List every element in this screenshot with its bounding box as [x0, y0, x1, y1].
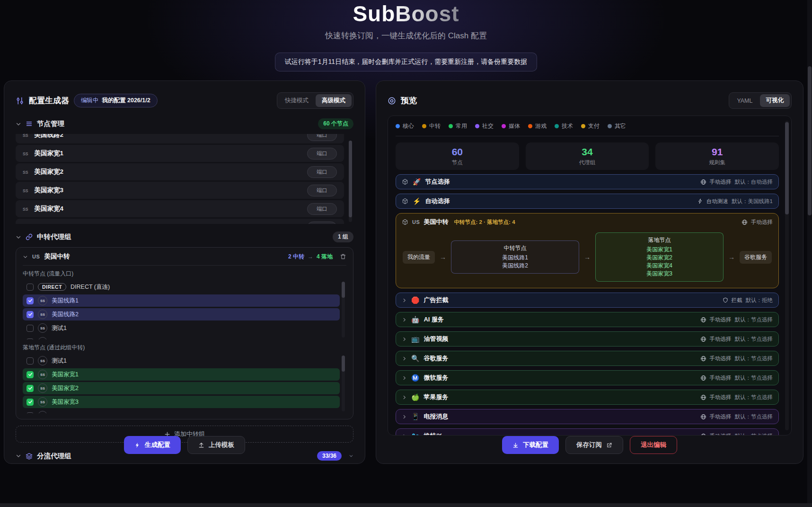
group-row-google[interactable]: 🔍 谷歌服务 手动选择 默认：节点选择 [396, 351, 779, 366]
checkbox-checked[interactable] [26, 371, 34, 378]
globe-icon [700, 356, 706, 362]
relay-select-mode: 手动选择 [751, 219, 773, 226]
port-button[interactable]: 端口 [307, 134, 337, 141]
landing-node-row[interactable]: ss 美国家宽1 [23, 368, 340, 381]
landing-count: 4 落地 [317, 253, 333, 261]
quick-mode-button[interactable]: 快捷模式 [279, 94, 315, 107]
globe-icon [700, 317, 706, 323]
node-row[interactable]: ss 美国家宽4 端口 [16, 200, 344, 217]
landing-node-row[interactable]: ss 测试1 [23, 355, 340, 367]
checkbox-unchecked[interactable] [26, 412, 34, 414]
legend-label: 技术 [562, 122, 573, 130]
port-button[interactable]: 端口 [307, 222, 337, 224]
port-button[interactable]: 端口 [307, 203, 337, 215]
group-row-twitter[interactable]: 🐦 推特/X 手动选择 默认：节点选择 [396, 428, 779, 436]
generate-config-button[interactable]: 生成配置 [124, 436, 181, 454]
group-default: 默认：节点选择 [735, 433, 773, 436]
chevron-down-icon[interactable] [23, 254, 28, 259]
bird-icon-chevron [402, 434, 407, 436]
download-config-button[interactable]: 下载配置 [502, 436, 559, 454]
checkbox-checked[interactable] [26, 311, 34, 318]
preview-scroll-thumb[interactable] [785, 122, 789, 214]
transit-node-row[interactable]: ss 测试1 [23, 322, 340, 334]
group-default: 默认：节点选择 [735, 374, 773, 382]
checkbox-checked[interactable] [26, 385, 34, 392]
node-list-scroll-thumb[interactable] [349, 141, 352, 217]
group-row-youtube[interactable]: 📺 油管视频 手动选择 默认：节点选择 [396, 331, 779, 347]
save-subscription-button[interactable]: 保存订阅 [565, 436, 623, 454]
tv-icon: 📺 [411, 336, 419, 342]
advanced-mode-button[interactable]: 高级模式 [316, 94, 352, 107]
checkbox-checked[interactable] [26, 399, 34, 406]
window-bottom-edge [0, 503, 812, 507]
group-row-auto-select[interactable]: ⚡ 自动选择 自动测速 默认：美国线路1 [396, 194, 779, 209]
landing-list-scroll-thumb[interactable] [342, 356, 345, 372]
group-meta: 手动选择 默认：节点选择 [700, 336, 773, 343]
port-button[interactable]: 端口 [307, 148, 337, 160]
page-scrollbar [807, 0, 812, 507]
yaml-view-button[interactable]: YAML [731, 94, 759, 107]
category-legend: 核心 中转 常用 社交 媒体 游戏 技术 支付 其它 [396, 122, 779, 130]
checkbox-unchecked[interactable] [26, 284, 34, 291]
node-row[interactable]: ss 美国家宽3 端口 [16, 182, 344, 199]
transit-list-label: 中转节点 (流量入口) [23, 270, 346, 278]
relay-meta: 手动选择 [741, 219, 773, 226]
landing-node-name: 美国家宽2 [52, 384, 79, 392]
landing-node-row[interactable]: ss 美国家宽2 [23, 382, 340, 394]
flow-landing-box: 落地节点 美国家宽1 美国家宽2 美国家宽4 美国家宽3 [595, 232, 724, 282]
port-button[interactable]: 端口 [307, 166, 337, 178]
landing-box-title: 落地节点 [598, 236, 721, 244]
group-name: 苹果服务 [424, 393, 448, 401]
group-default: 默认：节点选择 [735, 316, 773, 323]
chevron-right-icon [402, 337, 407, 342]
group-row-apple[interactable]: 🍏 苹果服务 手动选择 默认：节点选择 [396, 390, 779, 405]
group-row-ad-block[interactable]: 🛑 广告拦截 拦截 默认：拒绝 [396, 293, 779, 308]
globe-icon [700, 375, 706, 381]
nodes-section-header[interactable]: 节点管理 60 个节点 [16, 118, 353, 129]
transit-node-row[interactable]: DIRECT DIRECT (直连) [23, 281, 340, 293]
checkbox-unchecked[interactable] [26, 325, 34, 332]
checkbox-unchecked[interactable] [26, 357, 34, 365]
group-meta: 手动选择 默认：自动选择 [700, 178, 773, 186]
landing-node-row[interactable]: ss 美国家宽3 [23, 396, 340, 408]
trash-icon[interactable] [340, 253, 346, 260]
node-row[interactable]: ss 美国家宽1 端口 [16, 145, 344, 162]
group-row-microsoft[interactable]: Ⓜ️ 微软服务 手动选择 默认：节点选择 [396, 370, 779, 385]
landing-node-list: ss 测试1 ss 美国家宽1 ss [23, 355, 346, 413]
globe-icon [700, 433, 706, 436]
transit-node: 美国线路2 [453, 262, 577, 270]
relay-section-header[interactable]: 中转代理组 1 组 [16, 231, 353, 242]
node-type-label: ss [23, 134, 28, 138]
group-meta: 手动选择 默认：节点选择 [700, 394, 773, 401]
node-list: ss 美国线路2 端口 ss 美国家宽1 端口 ss 美国家宽2 端口 ss 美… [16, 134, 353, 224]
relay-preview-card[interactable]: US 美国中转 中转节点: 2 · 落地节点: 4 手动选择 我的流量 → 中转… [396, 213, 779, 288]
landing-node-name: 美国家宽3 [52, 398, 79, 406]
link-icon [26, 233, 33, 240]
port-button[interactable]: 端口 [307, 185, 337, 196]
stat-label: 节点 [452, 159, 463, 166]
landing-list-scrollbar [342, 356, 345, 411]
group-default: 默认：节点选择 [735, 394, 773, 401]
group-row-ai-service[interactable]: 🤖 AI 服务 手动选择 默认：节点选择 [396, 312, 779, 327]
transit-list-scroll-thumb[interactable] [342, 282, 345, 298]
legend-item: 中转 [422, 122, 441, 130]
upload-template-button[interactable]: 上传模板 [187, 436, 245, 454]
landing-node-row[interactable]: ss [23, 409, 340, 413]
group-row-node-select[interactable]: 🚀 节点选择 手动选择 默认：自动选择 [396, 174, 779, 189]
node-row[interactable]: ss 美国家宽2 端口 [16, 163, 344, 180]
group-row-telegram[interactable]: 📱 电报消息 手动选择 默认：节点选择 [396, 409, 779, 424]
transit-node-row[interactable]: ss 美国线路2 [23, 308, 340, 320]
transit-node-row[interactable]: ss 美国线路1 [23, 294, 340, 307]
visual-view-button[interactable]: 可视化 [760, 94, 790, 107]
node-row[interactable]: ss 美国线路2 端口 [16, 134, 344, 143]
exit-edit-button[interactable]: 退出编辑 [630, 436, 677, 454]
page-scroll-thumb[interactable] [808, 66, 812, 215]
generator-panel: 配置生成器 编辑中 我的配置 2026/1/2 快捷模式 高级模式 节点管理 6… [4, 80, 365, 464]
transit-node-row[interactable]: ss [23, 336, 340, 339]
checkbox-checked[interactable] [26, 297, 34, 304]
protocol-badge: ss [38, 397, 47, 407]
checkbox-unchecked[interactable] [26, 338, 34, 340]
node-row[interactable]: ss 端口 [16, 219, 344, 224]
relay-group-card: US 美国中转 2 中转 → 4 落地 中转节点 (流量入口) [16, 247, 353, 419]
group-select-mode: 手动选择 [710, 413, 732, 420]
